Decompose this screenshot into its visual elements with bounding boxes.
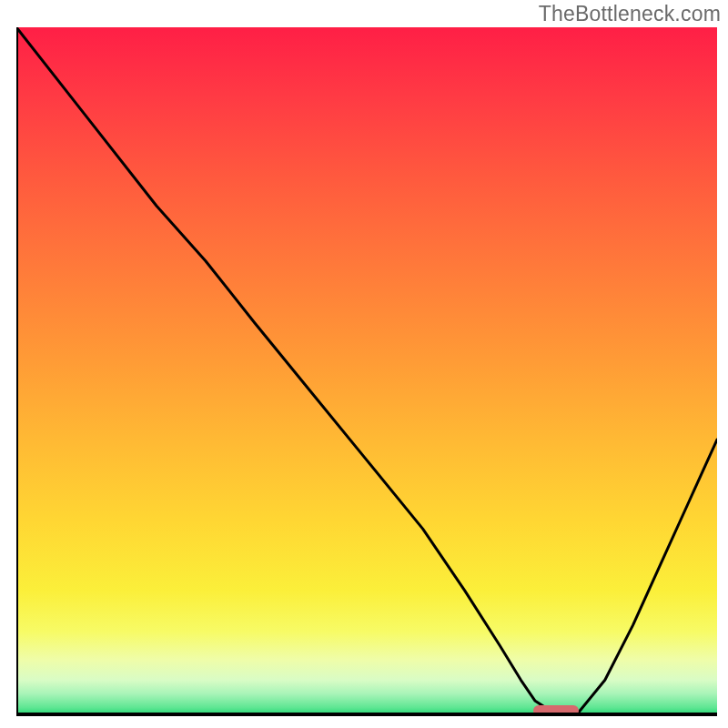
optimal-marker xyxy=(533,705,579,716)
chart-container: TheBottleneck.com xyxy=(0,0,728,728)
watermark-text: TheBottleneck.com xyxy=(539,2,721,26)
bottleneck-curve xyxy=(16,27,717,719)
plot-area xyxy=(16,27,717,719)
